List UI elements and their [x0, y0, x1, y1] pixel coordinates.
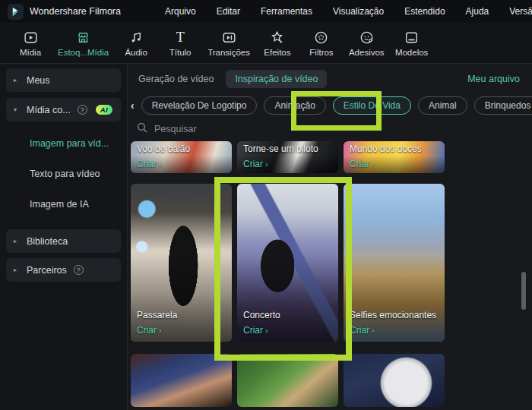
tab-label: Mídia: [20, 48, 41, 57]
tab-estoque-midia[interactable]: Estoq...Mídia: [58, 30, 109, 57]
card-title: Mundo dos doces: [350, 144, 440, 154]
sidebar-item-texto-para-video[interactable]: Texto para vídeo: [6, 169, 121, 179]
sidebar-item-label: Parceiros: [27, 265, 67, 276]
tab-label: Filtros: [309, 48, 333, 57]
chevron-right-icon: ▸: [14, 77, 20, 84]
menu-versao[interactable]: Versão: [509, 6, 532, 17]
template-row-1: Voo de balão Criar› Torne-se um piloto C…: [128, 141, 532, 173]
card-title: Torne-se um piloto: [243, 144, 334, 154]
sidebar-item-biblioteca[interactable]: ▸ Biblioteca: [6, 229, 121, 253]
tab-adesivos[interactable]: Adesivos: [349, 30, 385, 57]
menu-visualizacao[interactable]: Visualização: [333, 6, 384, 17]
templates-icon: [404, 30, 420, 46]
template-card-voo-de-balao[interactable]: Voo de balão Criar›: [131, 141, 232, 173]
template-row-3: [128, 354, 532, 407]
template-card-torne-se-um-piloto[interactable]: Torne-se um piloto Criar›: [237, 141, 338, 173]
ai-badge: AI: [96, 105, 113, 115]
tab-efeitos[interactable]: Efeitos: [261, 30, 294, 57]
menu-bar: Wondershare Filmora Arquivo Editar Ferra…: [0, 0, 532, 23]
menu-items: Arquivo Editar Ferramentas Visualização …: [165, 6, 532, 17]
chip-animal[interactable]: Animal: [418, 96, 467, 115]
tab-label: Áudio: [125, 48, 147, 57]
filters-icon: [313, 30, 329, 46]
tab-filtros[interactable]: Filtros: [305, 30, 338, 57]
chip-revelacao-de-logotipo[interactable]: Revelação De Logotipo: [141, 96, 258, 115]
filmora-window: Wondershare Filmora Arquivo Editar Ferra…: [0, 0, 532, 410]
tab-inspiracao-de-video[interactable]: Inspiração de vídeo: [226, 70, 327, 88]
tab-audio[interactable]: Áudio: [119, 30, 153, 57]
chevron-right-icon: ›: [159, 159, 162, 169]
title-icon: T: [176, 30, 185, 46]
menu-ferramentas[interactable]: Ferramentas: [261, 6, 312, 17]
tab-midia[interactable]: Mídia: [14, 30, 47, 57]
template-card-bottom-3[interactable]: [344, 354, 445, 407]
stock-media-icon: [75, 30, 91, 46]
chevron-right-icon: ▸: [14, 238, 20, 244]
chevron-down-icon: ▾: [14, 106, 20, 113]
my-file-link[interactable]: Meu arquivo: [467, 74, 520, 84]
tab-label: Transições: [207, 48, 250, 57]
annotation-box-estilo-de-vida: [291, 91, 382, 131]
app-title: Wondershare Filmora: [30, 6, 121, 17]
stickers-icon: [359, 30, 375, 46]
filmora-logo-icon: [8, 4, 24, 20]
sidebar-item-label: Mídia co...: [27, 105, 71, 115]
menu-estendido[interactable]: Estendido: [404, 6, 445, 17]
tab-label: Adesivos: [349, 48, 385, 57]
asset-toolbar: Mídia Estoq...Mídia Áudio: [0, 23, 532, 64]
search-placeholder: Pesquisar: [154, 124, 197, 134]
annotation-box-concerto: [214, 177, 352, 361]
criar-link[interactable]: Criar›: [243, 159, 334, 169]
tab-label: Modelos: [395, 48, 428, 57]
help-icon[interactable]: ?: [74, 265, 84, 275]
sidebar-item-imagem-de-ia[interactable]: Imagem de IA: [6, 199, 121, 210]
chevron-right-icon: ›: [265, 159, 268, 169]
audio-icon: [128, 30, 144, 46]
chip-brinquedos-surpres[interactable]: Brinquedos Surpres: [474, 96, 532, 115]
sidebar-item-label: Biblioteca: [27, 236, 68, 247]
chevron-right-icon: ›: [372, 159, 375, 169]
chevron-right-icon: ›: [372, 326, 375, 335]
tab-titulo[interactable]: T Título: [163, 30, 197, 57]
tab-label: Estoq...Mídia: [58, 48, 109, 57]
content-tabs: Geração de vídeo Inspiração de vídeo Meu…: [128, 65, 532, 93]
sidebar: ▸ Meus ▾ Mídia co... ? AI Imagem para ví…: [0, 65, 128, 410]
menu-editar[interactable]: Editar: [217, 6, 240, 17]
media-icon: [23, 30, 39, 46]
tab-geracao-de-video[interactable]: Geração de vídeo: [138, 74, 214, 84]
template-card-bottom-1[interactable]: [131, 354, 232, 407]
search-icon: [137, 122, 147, 136]
effects-icon: [269, 30, 285, 46]
chevron-right-icon: ›: [159, 326, 162, 335]
criar-link[interactable]: Criar›: [350, 325, 440, 336]
sidebar-item-midia-co[interactable]: ▾ Mídia co... ? AI: [6, 98, 121, 121]
chips-scroll-left-icon[interactable]: ‹: [131, 99, 135, 112]
sidebar-item-meus[interactable]: ▸ Meus: [6, 68, 121, 92]
transitions-icon: [221, 30, 237, 46]
menu-ajuda[interactable]: Ajuda: [466, 6, 489, 17]
tab-transicoes[interactable]: Transições: [207, 30, 250, 57]
tab-label: Título: [169, 48, 192, 57]
card-title: Selfies emocionantes: [350, 310, 440, 320]
criar-link[interactable]: Criar›: [137, 159, 227, 169]
help-icon[interactable]: ?: [78, 105, 87, 115]
tab-label: Efeitos: [264, 48, 290, 57]
template-card-bottom-2[interactable]: [237, 354, 338, 407]
card-title: Voo de balão: [137, 144, 227, 154]
sidebar-item-imagem-para-video[interactable]: Imagem para víd...: [6, 138, 121, 149]
chevron-right-icon: ▸: [14, 266, 20, 273]
sidebar-item-label: Meus: [27, 75, 50, 86]
template-card-mundo-dos-doces[interactable]: Mundo dos doces Criar›: [344, 141, 445, 173]
menu-arquivo[interactable]: Arquivo: [165, 6, 196, 17]
template-card-selfies-emocionantes[interactable]: Selfies emocionantes Criar›: [344, 184, 445, 342]
criar-link[interactable]: Criar›: [350, 159, 440, 169]
tab-modelos[interactable]: Modelos: [395, 30, 429, 57]
content-scrollbar[interactable]: [521, 272, 526, 310]
sidebar-item-parceiros[interactable]: ▸ Parceiros ?: [6, 258, 121, 282]
